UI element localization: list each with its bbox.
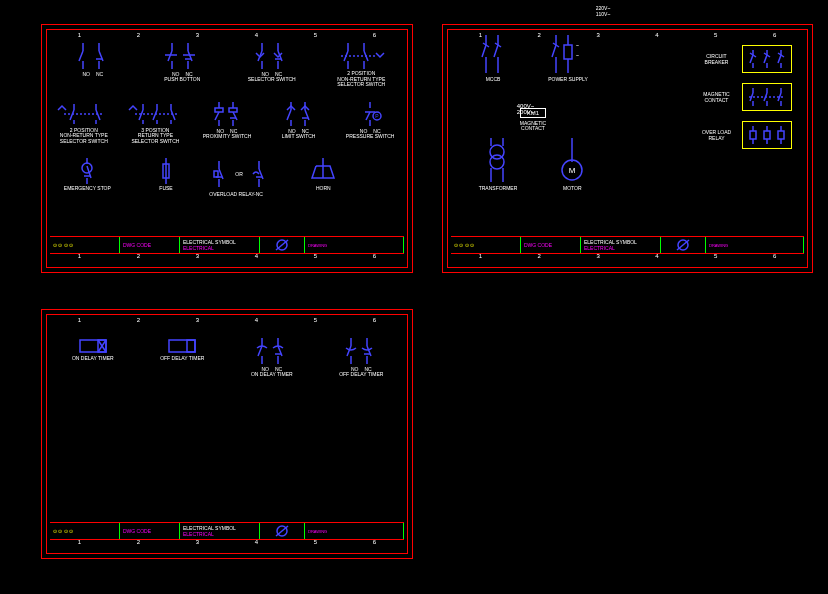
svg-line-100	[552, 45, 556, 57]
svg-line-122	[764, 55, 767, 63]
symbol-emergency-stop: EMERGENCY STOP	[52, 158, 123, 192]
svg-line-42	[153, 110, 157, 120]
svg-line-8	[168, 51, 172, 61]
symbol-selector-switch: NONC SELECTOR SWITCH	[231, 43, 313, 88]
svg-rect-52	[229, 108, 237, 112]
sheet-3: 123456 123456 ON DELAY TIMER OFF DELAY T…	[41, 309, 413, 559]
svg-line-92	[482, 45, 486, 57]
legend-circuit-breaker: CIRCUIT BREAKER	[697, 45, 792, 73]
svg-text:~: ~	[576, 52, 579, 58]
ruler-top: 123456	[50, 31, 404, 39]
svg-line-126	[778, 55, 781, 63]
svg-point-111	[490, 155, 504, 169]
symbol-overload-relay-nc: OR OVERLOAD RELAY-NC	[209, 158, 280, 192]
motor-symbol: M MOTOR	[557, 138, 587, 192]
symbol-off-delay-contacts: NONC OFF DELAY TIMER	[321, 338, 403, 378]
svg-line-45	[171, 110, 175, 120]
symbol-area: NONC NONC PUSH BOTTON NONC SELECTOR SWIT…	[52, 43, 402, 232]
title-block: ⊙ ⊙ ⊙ ⊙ DWG CODE ELECTRICAL SYMBOLELECTR…	[50, 522, 404, 540]
symbol-on-delay-contacts: NONC ON DELAY TIMER	[231, 338, 313, 378]
svg-text:P: P	[376, 113, 380, 119]
row-2: 2 POSITION NON-RETURN TYPE SELECTOR SWIT…	[52, 102, 402, 145]
legend-magnetic-contact: MAGNETIC CONTACT	[697, 83, 792, 111]
svg-line-39	[139, 110, 143, 120]
svg-rect-48	[215, 108, 223, 112]
symbol-no-nc: NONC	[52, 43, 134, 88]
power-diagram: MCCB ~~ 220V~110V~ POWER SUPPLY KM1 MAGN…	[463, 35, 603, 209]
symbol-area: ON DELAY TIMER OFF DELAY TIMER NONC ON D…	[52, 328, 402, 518]
row-3: EMERGENCY STOP FUSE OR OVERLOAD RELAY-NC…	[52, 158, 402, 192]
symbol-2pos-selector: 2 POSITION NON-RETURN TYPE SELECTOR SWIT…	[321, 43, 403, 88]
svg-rect-140	[750, 131, 756, 139]
symbol-fuse: FUSE	[131, 158, 202, 192]
svg-rect-155	[187, 340, 195, 352]
svg-line-67	[366, 112, 370, 120]
svg-rect-146	[778, 131, 784, 139]
svg-line-96	[494, 45, 498, 57]
symbol-3pos-selector: 3 POSITION RETURN TYPE SELECTOR SWITCH	[124, 102, 188, 145]
svg-line-32	[70, 110, 74, 120]
sheet-2: 123456 123456 MCCB ~~ 220V~110V~ POWER S…	[442, 24, 813, 273]
svg-rect-154	[169, 340, 195, 352]
svg-line-1	[79, 51, 83, 61]
symbol-horn: HORN	[288, 158, 359, 192]
svg-rect-80	[214, 171, 218, 177]
symbol-2pos-selector-b: 2 POSITION NON-RETURN TYPE SELECTOR SWIT…	[52, 102, 116, 145]
svg-text:M: M	[569, 166, 576, 175]
title-block: ⊙ ⊙ ⊙ ⊙ DWG CODE ELECTRICAL SYMBOLELECTR…	[451, 236, 804, 254]
svg-text:~: ~	[576, 42, 579, 48]
symbol-pressure-switch: P NONC PRESSURE SWITCH	[338, 102, 402, 145]
svg-line-53	[233, 112, 237, 120]
transformer-symbol: 400V~200V~ TRANSFORMER	[479, 138, 518, 192]
svg-rect-104	[564, 45, 572, 59]
sheet-1: 123456 123456 NONC NONC PUSH BOTTON NONC…	[41, 24, 413, 273]
symbol-off-delay-timer-box: OFF DELAY TIMER	[142, 338, 224, 378]
svg-line-164	[347, 346, 351, 356]
ruler-top: 123456	[50, 316, 404, 324]
svg-line-118	[750, 55, 753, 63]
legend: CIRCUIT BREAKER MAGNETIC CONTACT OVER LO…	[697, 45, 792, 159]
symbol-on-delay-timer-box: ON DELAY TIMER	[52, 338, 134, 378]
svg-line-49	[215, 112, 219, 120]
legend-overload-relay: OVER LOAD RELAY	[697, 121, 792, 149]
title-block: ⊙ ⊙ ⊙ ⊙ DWG CODE ELECTRICAL SYMBOLELECTR…	[50, 236, 404, 254]
svg-line-35	[96, 110, 100, 120]
mccb-symbol: MCCB	[478, 35, 508, 83]
power-supply-symbol: ~~ 220V~110V~ POWER SUPPLY	[548, 35, 588, 83]
svg-rect-143	[764, 131, 770, 139]
row-1: NONC NONC PUSH BOTTON NONC SELECTOR SWIT…	[52, 43, 402, 88]
symbol-proximity-switch: NONC PROXIMITY SWITCH	[195, 102, 259, 145]
symbol-push-button: NONC PUSH BOTTON	[142, 43, 224, 88]
symbol-limit-switch: NONC LIMIT SWITCH	[267, 102, 331, 145]
svg-line-57	[287, 110, 291, 120]
